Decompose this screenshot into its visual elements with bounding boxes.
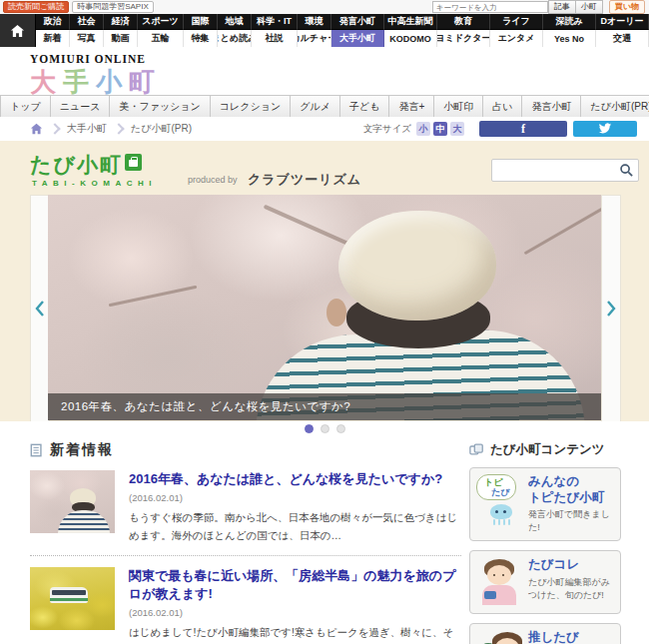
subnav-hatsugen-plus[interactable]: 発言+ xyxy=(389,95,434,118)
produced-by-label: produced by xyxy=(188,175,238,185)
tabikomachi-search-input[interactable] xyxy=(491,159,639,182)
logo-char: 小 xyxy=(96,67,129,97)
nav-item-hatsugen-komachi[interactable]: 発言小町 xyxy=(331,14,384,30)
box-title[interactable]: 推したび xyxy=(528,630,614,644)
nav-item-teen-news[interactable]: 中高生新聞 xyxy=(384,14,437,30)
nav-item-life[interactable]: ライフ xyxy=(490,14,543,30)
shopping-button[interactable]: 買い物 xyxy=(609,0,645,14)
carousel-dot[interactable] xyxy=(321,424,329,433)
sidebar-box-oshitabi[interactable]: 推したび クラブツーリズム「旅の友」より厳選! xyxy=(469,623,621,644)
sapix-button[interactable]: 時事問題学習SAPIX xyxy=(72,1,154,13)
tabikomachi-logo[interactable]: たび小町 xyxy=(30,151,142,179)
nav-item-environment[interactable]: 環境 xyxy=(298,14,331,30)
main-content: 新着情報 2016年春、あなたは誰と、どんな桜を見たいですか? (2016.02… xyxy=(0,435,649,644)
home-button[interactable] xyxy=(0,14,36,47)
nav-item-sports[interactable]: スポーツ xyxy=(138,14,184,30)
nav-item-world[interactable]: 国際 xyxy=(184,14,218,30)
box-subtitle: 発言小町で聞きました! xyxy=(528,508,614,534)
tabikomachi-section: たび小町 TABI-KOMACHI produced by クラブツーリズム 2… xyxy=(0,141,649,421)
article-excerpt: もうすぐ桜の季節。南から北へ、日本各地の樹々が一気に色づきはじめます。海外のほと… xyxy=(129,509,461,544)
nav-item-otekomachi-active[interactable]: 大手小町 xyxy=(331,30,384,47)
twitter-share-button[interactable] xyxy=(573,121,637,137)
nav-item-feature[interactable]: 特集 xyxy=(184,30,218,47)
carousel-dot[interactable] xyxy=(336,424,345,433)
nav-item-politics[interactable]: 政治 xyxy=(36,14,70,30)
news-list-icon xyxy=(30,443,44,457)
speech-bubble: トピ たび xyxy=(476,474,516,500)
article-text: 2016年春、あなたは誰と、どんな桜を見たいですか? (2016.02.01) … xyxy=(115,470,461,544)
nav-item-digest[interactable]: まとめ読み xyxy=(218,30,252,47)
keyword-search-input[interactable] xyxy=(432,1,548,13)
sidebar-box-topitabi[interactable]: トピ たび みんなのトピたび小町 発言小町で聞きました! xyxy=(469,467,621,541)
subnav-news[interactable]: ニュース xyxy=(51,95,111,118)
subnav-uranai[interactable]: 占い xyxy=(483,95,522,118)
subnav-komachi-jirushi[interactable]: 小町印 xyxy=(434,95,483,118)
subnav-collection[interactable]: コレクション xyxy=(211,95,291,118)
breadcrumb-otekomachi[interactable]: 大手小町 xyxy=(67,122,107,136)
article-date: (2016.02.01) xyxy=(129,607,461,618)
font-size-small-button[interactable]: 小 xyxy=(416,122,430,136)
article-thumbnail-train[interactable] xyxy=(30,567,115,630)
blossom-branch xyxy=(109,286,198,308)
nav-item-science[interactable]: 科学・IT xyxy=(252,14,298,30)
jellyfish-leg xyxy=(503,519,505,525)
subnav-kids[interactable]: 子ども xyxy=(340,95,389,118)
subnav-hatsugen-komachi[interactable]: 発言小町 xyxy=(522,95,581,118)
subnav-top[interactable]: トップ xyxy=(0,95,51,118)
facebook-share-button[interactable]: f xyxy=(479,121,567,137)
nav-item-education[interactable]: 教育 xyxy=(437,14,490,30)
nav-item-region[interactable]: 地域 xyxy=(218,14,252,30)
nav-item-fukayomi[interactable]: 深読み xyxy=(543,14,596,30)
facebook-icon: f xyxy=(521,122,525,137)
box-title[interactable]: みんなのトピたび小町 xyxy=(528,474,614,505)
hero-caption[interactable]: 2016年春、あなたは誰と、どんな桜を見たいですか? xyxy=(48,393,601,420)
site-sub-navigation: トップ ニュース 美・ファッション コレクション グルメ 子ども 発言+ 小町印… xyxy=(0,95,649,118)
box-title[interactable]: たびコレ xyxy=(528,557,614,573)
subnav-gourmet[interactable]: グルメ xyxy=(291,95,340,118)
jellyfish-leg xyxy=(498,519,500,525)
nav-item-new[interactable]: 新着 xyxy=(36,30,70,47)
nav-item-yomidoctor[interactable]: ヨミドクター xyxy=(437,30,490,47)
font-size-medium-button[interactable]: 中 xyxy=(433,122,447,136)
news-section-header: 新着情報 xyxy=(30,441,461,459)
article-text: 関東で最も春に近い場所、「房総半島」の魅力を旅のプロが教えます! (2016.0… xyxy=(115,567,461,644)
breadcrumb-tabikomachi: たび小町(PR) xyxy=(131,122,192,136)
search-komachi-button[interactable]: 小町 xyxy=(576,0,603,14)
person-ear xyxy=(326,299,346,326)
nav-item-photo[interactable]: 写真 xyxy=(70,30,104,47)
nav-item-traffic[interactable]: 交通 xyxy=(596,30,649,47)
nav-item-video[interactable]: 動画 xyxy=(104,30,138,47)
carousel-next-button[interactable] xyxy=(601,195,621,422)
subscribe-button[interactable]: 読売新聞ご購読 xyxy=(3,1,69,13)
nav-item-yesno[interactable]: Yes No xyxy=(543,30,596,47)
nav-item-olympics[interactable]: 五輪 xyxy=(138,30,184,47)
yomiuri-online-brand[interactable]: YOMIURI ONLINE xyxy=(30,53,146,65)
font-size-large-button[interactable]: 大 xyxy=(450,122,464,136)
sidebar: たび小町コンテンツ トピ たび みんなのトピたび小町 発言小町で聞きました xyxy=(469,441,621,644)
chevron-right-icon xyxy=(49,123,60,134)
search-article-button[interactable]: 記事 xyxy=(548,0,576,14)
nav-item-d-yori[interactable]: Dオーリー xyxy=(596,14,649,30)
article-title-link[interactable]: 2016年春、あなたは誰と、どんな桜を見たいですか? xyxy=(129,470,461,488)
hero-carousel-slide[interactable]: 2016年春、あなたは誰と、どんな桜を見たいですか? xyxy=(48,195,601,420)
article-excerpt: はじめまして!たび小町編集部です!寒さもピークを過ぎ、樹々に、そして人の心に彩り… xyxy=(129,624,461,644)
sidebar-box-tabikore[interactable]: たびコレ たび小町編集部がみつけた、旬のたび! xyxy=(469,550,621,614)
top-utility-bar: 読売新聞ご購読 時事問題学習SAPIX 記事 小町 買い物 xyxy=(0,0,649,14)
article-thumbnail-sakura[interactable] xyxy=(30,470,115,533)
carousel-prev-button[interactable] xyxy=(30,195,50,422)
nav-item-economy[interactable]: 経済 xyxy=(104,14,138,30)
breadcrumb-home-link[interactable] xyxy=(30,123,43,135)
nav-item-editorial[interactable]: 社説 xyxy=(252,30,298,47)
club-tourism-brand[interactable]: クラブツーリズム xyxy=(248,171,361,189)
article-title-link[interactable]: 関東で最も春に近い場所、「房総半島」の魅力を旅のプロが教えます! xyxy=(129,567,461,603)
nav-item-society[interactable]: 社会 xyxy=(70,14,104,30)
subnav-beauty-fashion[interactable]: 美・ファッション xyxy=(110,95,210,118)
carousel-dot-active[interactable] xyxy=(305,424,314,433)
search-icon xyxy=(619,163,634,178)
chevron-right-icon xyxy=(606,300,616,318)
contents-pages-icon xyxy=(469,443,484,456)
nav-item-entertainment[interactable]: エンタメ xyxy=(490,30,543,47)
subnav-tabikomachi-pr[interactable]: たび小町(PR) xyxy=(581,95,649,118)
nav-item-culture[interactable]: カルチャー xyxy=(298,30,331,47)
nav-item-kodomo[interactable]: KODOMO xyxy=(384,30,437,47)
